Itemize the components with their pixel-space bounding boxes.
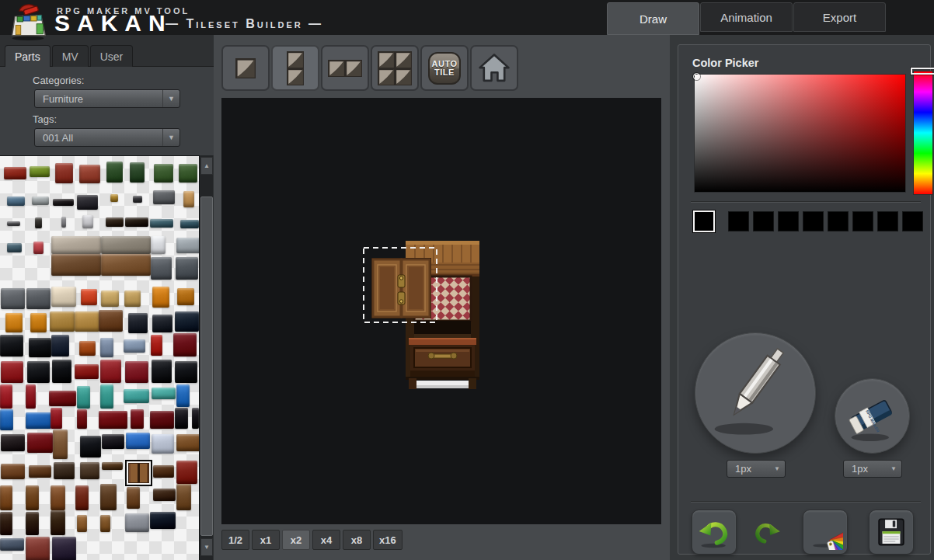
- tile-sprite[interactable]: [100, 338, 113, 357]
- eraser-size-dropdown[interactable]: 1px ▼: [843, 460, 902, 478]
- tile-sprite[interactable]: [1, 434, 25, 451]
- tile-sprite[interactable]: [183, 191, 194, 207]
- tile-sprite[interactable]: [102, 434, 124, 449]
- pencil-tool-button[interactable]: [695, 332, 816, 454]
- zoom-x8[interactable]: x8: [343, 530, 371, 550]
- tile-sprite[interactable]: [51, 408, 62, 429]
- tile-sprite[interactable]: [175, 361, 197, 383]
- tile-sprite[interactable]: [176, 484, 191, 510]
- tile-sprite[interactable]: [177, 288, 194, 305]
- tile-sprite[interactable]: [51, 335, 69, 357]
- tile-sprite[interactable]: [53, 430, 68, 459]
- tile-quad-button[interactable]: [371, 45, 419, 91]
- tile-sprite[interactable]: [1, 361, 23, 383]
- tile-sprite[interactable]: [79, 341, 96, 356]
- tile-sprite[interactable]: [79, 165, 100, 183]
- hue-slider[interactable]: [913, 71, 933, 195]
- tile-sprite[interactable]: [173, 333, 197, 357]
- palette-swatch-5[interactable]: [828, 211, 849, 231]
- tile-sprite[interactable]: [0, 409, 13, 430]
- palette-swatch-7[interactable]: [877, 211, 898, 231]
- tile-sprite[interactable]: [100, 360, 121, 383]
- tile-sprite[interactable]: [77, 195, 98, 210]
- tile-sprite[interactable]: [26, 537, 50, 560]
- tile-sprite[interactable]: [153, 489, 176, 501]
- tile-sprite[interactable]: [27, 433, 53, 453]
- tile-sprite[interactable]: [30, 313, 47, 332]
- tile-sprite[interactable]: [51, 236, 101, 254]
- tile-sprite[interactable]: [51, 510, 65, 535]
- scroll-down-button[interactable]: ▼: [200, 538, 213, 556]
- tile-sprite[interactable]: [101, 290, 119, 307]
- tile-sprite[interactable]: [4, 167, 26, 179]
- tile-sprite[interactable]: [0, 384, 12, 409]
- tile-sprite[interactable]: [51, 254, 101, 276]
- tile-sprite[interactable]: [110, 194, 118, 202]
- tile-sprite[interactable]: [77, 409, 87, 429]
- tab-animation[interactable]: Animation: [700, 2, 793, 32]
- left-tab-mv[interactable]: MV: [52, 45, 89, 67]
- tile-sprite[interactable]: [130, 162, 145, 183]
- tile-sprite[interactable]: [1, 464, 25, 479]
- eraser-tool-button[interactable]: RPG MAKER: [835, 378, 910, 454]
- tile-sprite[interactable]: [0, 538, 24, 551]
- tile-sprite[interactable]: [150, 411, 174, 429]
- scroll-up-button[interactable]: ▲: [200, 157, 213, 175]
- palette-swatch-6[interactable]: [852, 211, 873, 231]
- selection-marquee[interactable]: [363, 247, 437, 323]
- tile-sprite[interactable]: [124, 339, 145, 353]
- tile-sprite[interactable]: [29, 338, 51, 357]
- scrollbar-thumb[interactable]: [200, 197, 213, 536]
- tile-sprite[interactable]: [106, 162, 123, 183]
- zoom-x4[interactable]: x4: [312, 530, 340, 550]
- palette-button[interactable]: [803, 510, 848, 555]
- tile-palette-grid[interactable]: [0, 155, 199, 560]
- tile-sprite[interactable]: [153, 465, 174, 478]
- tile-sprite[interactable]: [26, 384, 36, 409]
- zoom-x2[interactable]: x2: [282, 530, 310, 550]
- categories-dropdown[interactable]: Furniture ▼: [34, 89, 180, 108]
- tile-sprite[interactable]: [101, 254, 151, 276]
- tile-sprite[interactable]: [0, 512, 12, 535]
- tab-draw[interactable]: Draw: [607, 2, 699, 35]
- redo-button[interactable]: [746, 513, 788, 551]
- tile-sprite[interactable]: [75, 485, 89, 510]
- tile-sprite[interactable]: [54, 462, 75, 479]
- tile-sprite[interactable]: [152, 315, 173, 332]
- tile-sprite[interactable]: [125, 361, 148, 383]
- building-button[interactable]: [470, 45, 518, 91]
- tile-sprite[interactable]: [27, 361, 50, 383]
- tile-sprite[interactable]: [35, 217, 42, 228]
- tile-sprite[interactable]: [55, 163, 73, 183]
- tile-sprite[interactable]: [61, 217, 66, 228]
- tile-sprite[interactable]: [53, 199, 74, 206]
- tile-sprite[interactable]: [49, 391, 76, 406]
- palette-swatch-8[interactable]: [902, 211, 923, 231]
- tile-sprite[interactable]: [102, 462, 123, 470]
- tile-sprite[interactable]: [192, 408, 199, 429]
- tile-sprite[interactable]: [133, 196, 142, 203]
- tile-sprite[interactable]: [150, 219, 173, 228]
- tile-sprite[interactable]: [151, 257, 172, 280]
- tile-sprite[interactable]: [5, 313, 23, 332]
- tile-sprite[interactable]: [75, 311, 99, 332]
- tile-sprite[interactable]: [125, 217, 148, 227]
- save-button[interactable]: [869, 510, 914, 555]
- tile-sprite[interactable]: [51, 485, 65, 510]
- tile-sprite[interactable]: [7, 243, 22, 252]
- tile-sprite[interactable]: [176, 461, 197, 484]
- tile-sprite[interactable]: [50, 311, 75, 332]
- tile-sprite[interactable]: [153, 190, 175, 204]
- tile-sprite[interactable]: [26, 485, 39, 510]
- tile-sprite[interactable]: [52, 360, 71, 383]
- tile-sprite[interactable]: [154, 164, 173, 183]
- tile-vertical-pair-button[interactable]: [271, 45, 319, 91]
- tile-sprite[interactable]: [77, 386, 90, 409]
- tile-sprite[interactable]: [0, 485, 12, 510]
- tile-single-button[interactable]: [221, 45, 270, 91]
- undo-button[interactable]: [692, 510, 737, 555]
- left-tab-user[interactable]: User: [90, 45, 134, 67]
- left-tab-parts[interactable]: Parts: [5, 45, 51, 67]
- tile-sprite[interactable]: [106, 217, 124, 227]
- tile-sprite[interactable]: [99, 310, 123, 332]
